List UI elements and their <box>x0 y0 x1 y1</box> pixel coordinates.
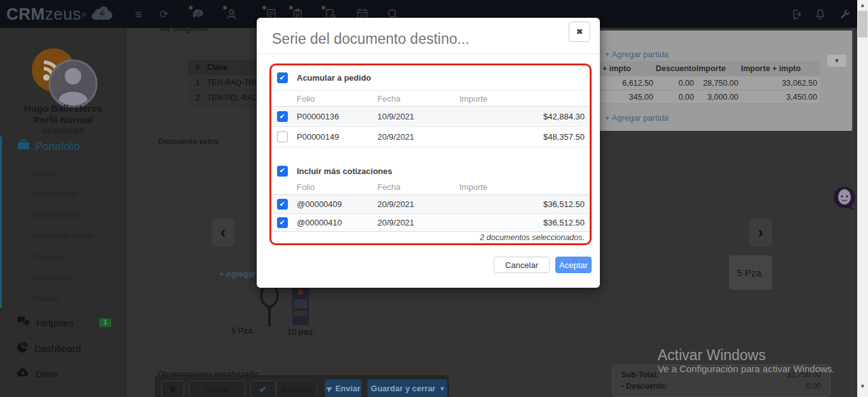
accept-button[interactable]: Aceptar <box>555 257 592 273</box>
quantity-box: 5 Pza. <box>729 255 772 290</box>
document-row[interactable]: @00000410 20/9/2021 $36,512.50 <box>271 214 590 232</box>
sidebar-item-portafolio[interactable]: Portafolio <box>0 137 126 155</box>
col-fecha: Fecha <box>377 94 459 104</box>
col-folio: Folio <box>297 182 377 192</box>
carousel-next-button[interactable]: › <box>749 219 772 246</box>
col-impto: + impto <box>600 64 656 73</box>
scrollbar-thumb[interactable] <box>858 11 867 37</box>
partidas-panel-right: + Agregar partida ▾ + impto Descuento Im… <box>600 30 853 131</box>
group-label: Incluir más cotizaciones <box>297 166 392 176</box>
profile-name-role: Hugo Ballesteros Perfil Normal <box>0 103 126 126</box>
sidebar-item-proyectos[interactable]: Proyectos <box>0 246 126 267</box>
app-logo[interactable]: CRMzeus® <box>6 4 112 24</box>
document-row[interactable]: P00000149 20/9/2021 $48,357.50 <box>271 127 590 147</box>
row-options-button[interactable]: ▾ <box>827 55 846 67</box>
cerrar-button[interactable]: Cerrar <box>189 380 245 397</box>
menu-icon: ≡ <box>170 384 175 395</box>
check-button[interactable]: ✔ <box>250 380 276 397</box>
cloud-upload-icon <box>17 368 29 379</box>
col-importe-impto: Importe + impto <box>741 64 820 73</box>
chat-swoosh-icon[interactable] <box>184 0 212 28</box>
folio-value: @00000410 <box>297 218 377 227</box>
scroll-down-arrow[interactable]: ▼ <box>857 381 868 391</box>
selection-note: 2 documentos seleccionados. <box>480 233 585 242</box>
sidebar-item-seguimientos[interactable]: Seguimientos <box>0 184 126 205</box>
notification-dot <box>262 6 266 10</box>
logo-registered-mark: ® <box>82 12 86 18</box>
fecha-value: 20/9/2021 <box>377 199 459 209</box>
modal-close-button[interactable]: ✖ <box>569 22 590 42</box>
sidebar-item-helpmes[interactable]: Helpmes 1 <box>0 310 126 335</box>
agregar-partida-link[interactable]: + Agregar partida <box>605 50 668 59</box>
sidebar-item-ordenes[interactable]: Órdenes de trabajo <box>0 225 126 246</box>
folio-value: P00000136 <box>297 112 377 121</box>
document-row[interactable]: @00000409 20/9/2021 $36,512.50 <box>271 195 590 214</box>
sidebar: Hugo Ballesteros Perfil Normal SERVICIOS… <box>0 28 126 397</box>
users-icon[interactable] <box>219 0 244 28</box>
serie-documento-modal: Serie del documento destino... ✖ Acumula… <box>257 18 600 288</box>
guardar-cerrar-button[interactable]: Guardar y cerrar ▾ <box>367 379 447 397</box>
product-qty-label: 5 Pza. <box>231 326 255 335</box>
descuento-extra-label: Descuento extra: <box>158 137 220 146</box>
table-header-row: # Clave <box>188 60 267 75</box>
document-row[interactable]: P00000136 10/9/2021 $42,884.30 <box>271 107 590 127</box>
row-checkbox[interactable] <box>277 199 288 210</box>
carousel-prev-button[interactable]: ‹ <box>212 219 234 246</box>
sidebar-item-drive[interactable]: Drive <box>0 361 126 386</box>
close-icon: ✖ <box>576 27 583 36</box>
table-row[interactable]: 6,612.50 0.00 28,750.00 33,062.50 <box>600 76 820 90</box>
enviar-button[interactable]: ➤ Enviar <box>325 379 362 397</box>
logo-cloud-icon <box>91 6 112 24</box>
row-checkbox[interactable] <box>277 111 288 122</box>
profile-role: Perfil Normal <box>0 114 126 126</box>
logout-icon[interactable] <box>783 0 808 28</box>
selection-summary-row: 2 documentos seleccionados. <box>271 232 590 243</box>
chat-bubbles-icon <box>17 316 30 329</box>
scroll-up-arrow[interactable]: ▲ <box>857 0 868 10</box>
menu-icon[interactable]: ≡ <box>126 0 151 28</box>
table-row[interactable]: 345.00 0.00 3,000.00 3,450.00 <box>600 90 820 104</box>
table-row[interactable]: 2 TEN-PEL-RAL <box>188 90 267 105</box>
wrench-icon[interactable] <box>832 0 858 28</box>
sidebar-item-oportunidades[interactable]: Oportunidades <box>0 205 126 225</box>
modal-header-divider <box>257 53 600 54</box>
row-checkbox[interactable] <box>277 131 288 142</box>
acumular-pedido-checkbox[interactable] <box>277 72 288 83</box>
product-image-ball-can[interactable] <box>292 283 309 330</box>
sidebar-item-tareas[interactable]: Tareas <box>0 163 126 184</box>
person-avatar <box>50 60 97 107</box>
helpmes-badge: 1 <box>99 318 111 327</box>
refresh-icon[interactable]: ⟳ <box>151 0 177 28</box>
logo-text-light: zeus <box>45 4 81 24</box>
agregar-partida-link[interactable]: + Agregar partida <box>605 113 668 123</box>
sidebar-item-cotizaciones[interactable]: Cotizaciones <box>0 267 126 288</box>
table-row[interactable]: 1 TEN-RAQ-TRI <box>188 75 267 90</box>
duplicar-button[interactable]: Duplicar <box>276 380 317 397</box>
group-header-row: Incluir más cotizaciones <box>271 162 590 180</box>
subtotal-label: Sub-Total: <box>621 370 658 379</box>
fecha-value: 10/9/2021 <box>377 112 459 121</box>
importe-value: $42,884.30 <box>459 112 590 121</box>
chat-widget-avatar[interactable] <box>832 186 857 210</box>
sidebar-item-clientes[interactable]: Clientes <box>0 288 126 309</box>
row-checkbox[interactable] <box>277 217 288 228</box>
bottom-toolbar: ≡ Cerrar ✔ Duplicar ➤ Enviar Guardar y c… <box>155 375 449 397</box>
incluir-cotizaciones-checkbox[interactable] <box>277 166 288 177</box>
chevron-left-icon: ‹ <box>220 224 226 241</box>
page-scrollbar[interactable]: ▲ ▼ <box>857 0 868 397</box>
notification-dot <box>289 6 293 10</box>
bell-icon[interactable] <box>808 0 833 28</box>
sidebar-item-bottom-partial[interactable] <box>0 386 126 397</box>
check-icon: ✔ <box>259 384 268 395</box>
folio-value: @00000409 <box>297 199 377 209</box>
chevron-down-icon: ▾ <box>440 385 444 392</box>
col-num: # <box>188 63 207 72</box>
cancel-button[interactable]: Cancelar <box>494 257 550 273</box>
sidebar-item-dashboard[interactable]: Dashboard <box>0 335 126 361</box>
group-label: Acumular a pedido <box>297 73 371 83</box>
product-image-racquet[interactable] <box>252 283 287 330</box>
modal-title: Serie del documento destino... <box>272 30 470 48</box>
toolbar-menu-button[interactable]: ≡ <box>161 380 184 397</box>
group-header-row: Acumular a pedido <box>271 65 590 91</box>
importe-value: $48,357.50 <box>459 132 590 142</box>
